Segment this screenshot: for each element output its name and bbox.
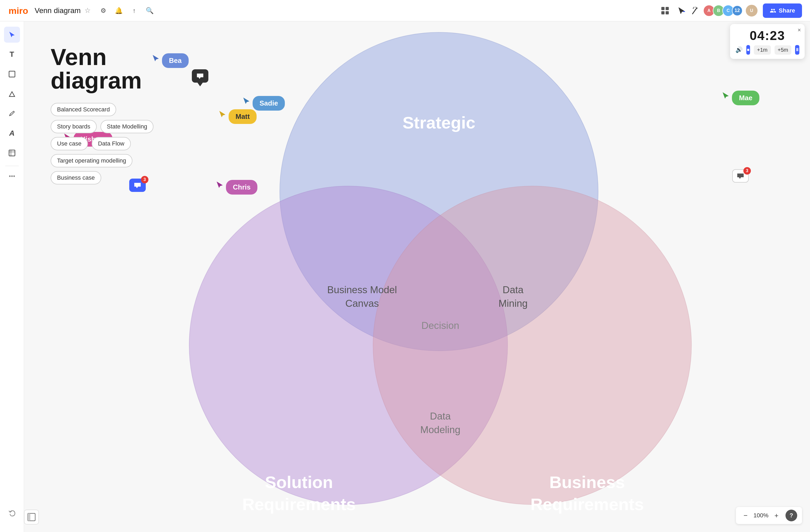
svg-rect-3: [661, 11, 665, 14]
diagram-labels-panel: Venn diagram Balanced Scorecard Story bo…: [51, 45, 153, 184]
svg-rect-4: [666, 11, 669, 14]
tool-pen[interactable]: [4, 106, 20, 122]
label-data-mining-2: Mining: [499, 298, 528, 309]
label-solution-2: Requirements: [242, 495, 356, 514]
cursor-mae: Mae: [722, 91, 759, 105]
tool-cursor[interactable]: [4, 27, 20, 43]
tool-frame[interactable]: [4, 145, 20, 161]
svg-point-11: [11, 175, 13, 177]
label-bmc-2: Canvas: [345, 298, 379, 309]
tool-text[interactable]: T: [4, 46, 20, 62]
cursor-matt: Matt: [218, 109, 257, 124]
upload-icon[interactable]: ↑: [129, 6, 139, 15]
zoom-controls: − 100% + ?: [736, 507, 802, 524]
tool-text-edit[interactable]: A: [4, 125, 20, 141]
svg-rect-7: [9, 150, 15, 156]
sidebar-divider: [5, 166, 19, 166]
share-button[interactable]: Share: [763, 3, 802, 18]
timer-add-5m-button[interactable]: +5m: [775, 45, 791, 55]
label-solution: Solution: [265, 472, 333, 492]
tag-row-4: Target operating modelling: [51, 154, 153, 167]
label-data-modeling: Data: [430, 410, 451, 422]
circle-business: [373, 186, 692, 504]
help-button[interactable]: ?: [785, 510, 797, 521]
svg-text:miro: miro: [9, 5, 28, 16]
doc-title-text[interactable]: Venn diagram: [35, 6, 81, 15]
zoom-value: 100%: [753, 512, 769, 519]
tag-data-flow[interactable]: Data Flow: [92, 137, 131, 150]
doc-title-container: Venn diagram ☆: [35, 6, 91, 15]
topbar: miro Venn diagram ☆ ⚙ 🔔 ↑ 🔍: [0, 0, 810, 21]
label-data-modeling-2: Modeling: [420, 424, 460, 435]
label-business: Business: [549, 472, 625, 492]
comment-bubble-bea[interactable]: [192, 69, 208, 83]
cursor-chris: Chris: [216, 180, 257, 195]
label-data-mining: Data: [503, 284, 523, 295]
tag-row-1: Balanced Scorecard: [51, 103, 153, 116]
timer-colon: :: [765, 29, 770, 43]
timer-panel: × 04:23 🔊 ■ +1m +5m ⏸: [730, 24, 805, 59]
timer-stop-button[interactable]: ■: [746, 45, 750, 55]
main-content: T A: [0, 21, 810, 532]
svg-rect-14: [28, 513, 30, 521]
cursor-sadie: Sadie: [242, 96, 285, 111]
miro-logo[interactable]: miro: [8, 4, 29, 17]
share-label: Share: [779, 7, 795, 14]
cursor-mae-label: Mae: [732, 91, 759, 105]
cursor-mode-icon[interactable]: [677, 6, 686, 15]
canvas-area[interactable]: Venn diagram Balanced Scorecard Story bo…: [24, 21, 810, 532]
apps-grid-icon[interactable]: [659, 4, 672, 17]
tool-shapes[interactable]: [4, 86, 20, 102]
timer-pause-button[interactable]: ⏸: [795, 45, 799, 55]
tag-target-op[interactable]: Target operating modelling: [51, 154, 132, 167]
label-bmc: Business Model: [327, 284, 397, 295]
sidebar-panel-toggle[interactable]: [24, 510, 39, 525]
tag-row-5: Business case: [51, 171, 153, 184]
timer-sound-icon[interactable]: 🔊: [735, 46, 743, 53]
svg-point-12: [13, 175, 15, 177]
notification-icon[interactable]: 🔔: [114, 6, 124, 15]
tool-sticky-note[interactable]: [4, 66, 20, 82]
settings-icon[interactable]: ⚙: [99, 6, 108, 15]
comment-bubble-right[interactable]: 3: [732, 169, 749, 182]
avatar-group[interactable]: A B C 12 U: [705, 4, 758, 17]
cursor-chris-label: Chris: [226, 180, 257, 195]
tag-storyboards[interactable]: Story boards: [51, 120, 97, 133]
timer-minutes: 04: [750, 29, 765, 43]
label-business-2: Requirements: [531, 495, 644, 514]
tag-business-case[interactable]: Business case: [51, 171, 101, 184]
cursor-sadie-label: Sadie: [253, 96, 285, 111]
tag-row-2: Story boards State Modelling: [51, 120, 153, 133]
timer-close-icon[interactable]: ×: [797, 27, 801, 34]
cursor-bea-label: Bea: [162, 53, 189, 68]
magic-icon[interactable]: [691, 6, 700, 15]
tag-balanced-scorecard[interactable]: Balanced Scorecard: [51, 103, 116, 116]
svg-rect-5: [683, 11, 685, 12]
zoom-out-button[interactable]: −: [741, 511, 750, 520]
diagram-title: Venn diagram: [51, 45, 153, 92]
favorite-icon[interactable]: ☆: [84, 6, 91, 15]
timer-controls: 🔊 ■ +1m +5m ⏸: [735, 45, 799, 55]
svg-rect-1: [661, 7, 665, 10]
timer-seconds: 23: [770, 29, 785, 43]
label-decision: Decision: [421, 320, 459, 331]
tag-state-modelling[interactable]: State Modelling: [100, 120, 154, 133]
avatar-single: U: [745, 4, 758, 17]
more-tools-icon[interactable]: [8, 171, 16, 181]
label-strategic: Strategic: [403, 113, 475, 132]
undo-button[interactable]: [4, 505, 20, 521]
tag-row-3: Use case Data Flow: [51, 137, 153, 150]
tag-use-case[interactable]: Use case: [51, 137, 88, 150]
tag-list: Balanced Scorecard Story boards State Mo…: [51, 103, 153, 184]
svg-rect-6: [9, 71, 15, 77]
cursor-matt-label: Matt: [229, 109, 257, 124]
panel-icon[interactable]: [24, 510, 39, 525]
timer-add-1m-button[interactable]: +1m: [754, 45, 771, 55]
topbar-right: A B C 12 U Share: [659, 3, 802, 18]
search-icon[interactable]: 🔍: [145, 6, 155, 15]
toolbar-sidebar: T A: [0, 21, 24, 532]
svg-point-10: [9, 175, 11, 177]
svg-rect-2: [666, 7, 669, 10]
zoom-in-button[interactable]: +: [772, 511, 781, 520]
avatar-count: 12: [732, 5, 743, 16]
